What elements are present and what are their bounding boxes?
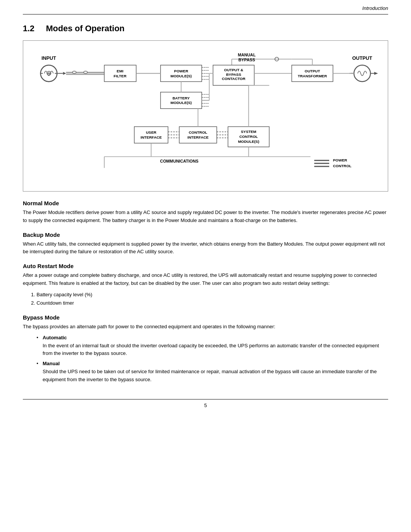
svg-text:INPUT: INPUT xyxy=(41,55,56,61)
svg-text:MODULE(S): MODULE(S) xyxy=(170,101,192,105)
svg-text:MODULE(S): MODULE(S) xyxy=(238,139,259,144)
bypass-bullet-list: Automatic In the event of an internal fa… xyxy=(37,334,388,384)
svg-text:CONTROL: CONTROL xyxy=(239,134,258,139)
section-title-text: Modes of Operation xyxy=(46,24,125,33)
svg-point-9 xyxy=(354,65,370,81)
auto-restart-mode-title: Auto Restart Mode xyxy=(23,263,388,269)
svg-marker-7 xyxy=(63,72,66,75)
page-header: Introduction xyxy=(23,0,388,14)
svg-text:INTERFACE: INTERFACE xyxy=(187,135,209,139)
svg-text:FILTER: FILTER xyxy=(114,74,127,78)
section-title: 1.2 Modes of Operation xyxy=(23,24,388,34)
svg-marker-13 xyxy=(374,72,378,75)
svg-text:TRANSFORMER: TRANSFORMER xyxy=(298,74,327,78)
page-number: 5 xyxy=(204,403,207,408)
diagram-container: INPUT ⊕ OUTPUT xyxy=(23,40,388,192)
normal-mode-title: Normal Mode xyxy=(23,200,388,206)
svg-text:SYSTEM: SYSTEM xyxy=(241,129,256,134)
svg-text:BYPASS: BYPASS xyxy=(238,58,255,62)
svg-text:CONTROL: CONTROL xyxy=(333,164,352,168)
bypass-automatic-text: In the event of an internal fault or sho… xyxy=(43,343,379,356)
bypass-mode-title: Bypass Mode xyxy=(23,314,388,321)
svg-text:CONTROL: CONTROL xyxy=(189,130,207,134)
svg-text:POWER: POWER xyxy=(174,69,188,73)
bypass-manual-label: Manual xyxy=(43,361,60,366)
auto-restart-mode-text: After a power outage and complete batter… xyxy=(23,272,388,288)
bypass-automatic-item: Automatic In the event of an internal fa… xyxy=(37,334,388,358)
bypass-manual-text: Should the UPS need to be taken out of s… xyxy=(43,369,377,382)
list-item: Countdown timer xyxy=(37,299,388,307)
svg-text:COMMUNICATIONS: COMMUNICATIONS xyxy=(160,159,199,163)
svg-text:USER: USER xyxy=(146,130,156,134)
backup-mode-title: Backup Mode xyxy=(23,232,388,238)
section-number: 1.2 xyxy=(23,24,35,33)
svg-text:EMI: EMI xyxy=(117,69,124,73)
header-section-label: Introduction xyxy=(362,5,388,11)
svg-text:POWER: POWER xyxy=(333,158,347,162)
svg-text:INTERFACE: INTERFACE xyxy=(140,135,162,139)
svg-text:MANUAL: MANUAL xyxy=(238,53,256,57)
bypass-automatic-label: Automatic xyxy=(43,335,67,340)
normal-mode-text: The Power Module rectifiers derive power… xyxy=(23,209,388,225)
backup-mode-text: When AC utility fails, the connected equ… xyxy=(23,240,388,256)
page-footer: 5 xyxy=(23,399,388,408)
svg-text:BATTERY: BATTERY xyxy=(172,96,190,100)
svg-text:CONTACTOR: CONTACTOR xyxy=(222,77,245,81)
auto-restart-list: Battery capacity level (%) Countdown tim… xyxy=(37,291,388,307)
block-diagram: INPUT ⊕ OUTPUT xyxy=(29,47,382,184)
svg-text:BYPASS: BYPASS xyxy=(226,72,241,77)
page: Introduction 1.2 Modes of Operation INPU… xyxy=(0,0,411,532)
bypass-manual-item: Manual Should the UPS need to be taken o… xyxy=(37,360,388,383)
svg-text:MODULE(S): MODULE(S) xyxy=(170,74,192,78)
svg-text:OUTPUT &: OUTPUT & xyxy=(224,68,243,72)
bypass-mode-text: The bypass provides an alternate path fo… xyxy=(23,323,388,331)
svg-text:OUTPUT: OUTPUT xyxy=(352,55,372,61)
svg-text:OUTPUT: OUTPUT xyxy=(305,69,320,73)
list-item: Battery capacity level (%) xyxy=(37,291,388,299)
